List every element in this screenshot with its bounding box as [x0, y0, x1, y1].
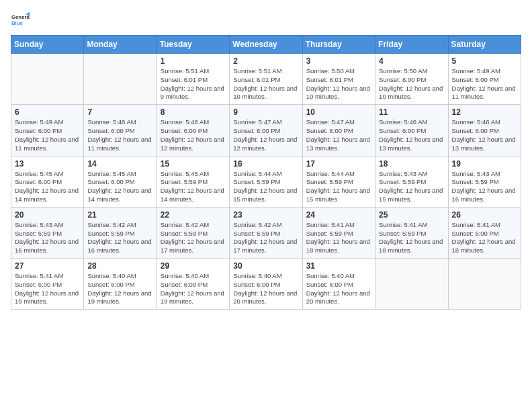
calendar-cell: 18Sunrise: 5:43 AMSunset: 5:59 PMDayligh… — [375, 156, 448, 207]
day-info: Sunrise: 5:42 AMSunset: 5:59 PMDaylight:… — [87, 221, 152, 255]
calendar-cell: 15Sunrise: 5:45 AMSunset: 5:59 PMDayligh… — [157, 156, 229, 207]
calendar-cell: 10Sunrise: 5:47 AMSunset: 6:00 PMDayligh… — [302, 105, 375, 156]
day-info: Sunrise: 5:48 AMSunset: 6:00 PMDaylight:… — [161, 118, 226, 152]
page-header: General Blue — [11, 11, 521, 30]
calendar-cell: 26Sunrise: 5:41 AMSunset: 6:00 PMDayligh… — [448, 207, 521, 258]
day-number: 3 — [306, 56, 371, 66]
day-number: 16 — [233, 159, 298, 169]
calendar-cell: 16Sunrise: 5:44 AMSunset: 5:59 PMDayligh… — [230, 156, 302, 207]
day-info: Sunrise: 5:40 AMSunset: 6:00 PMDaylight:… — [233, 272, 298, 306]
calendar-cell: 17Sunrise: 5:44 AMSunset: 5:59 PMDayligh… — [302, 156, 375, 207]
day-info: Sunrise: 5:43 AMSunset: 5:59 PMDaylight:… — [379, 170, 444, 204]
day-number: 4 — [379, 56, 444, 66]
calendar-cell: 23Sunrise: 5:42 AMSunset: 5:59 PMDayligh… — [230, 207, 302, 258]
day-number: 26 — [452, 210, 517, 220]
day-info: Sunrise: 5:40 AMSunset: 6:00 PMDaylight:… — [161, 272, 226, 306]
day-info: Sunrise: 5:50 AMSunset: 6:01 PMDaylight:… — [306, 67, 371, 101]
day-number: 7 — [87, 107, 152, 117]
day-number: 24 — [306, 210, 371, 220]
day-info: Sunrise: 5:45 AMSunset: 5:59 PMDaylight:… — [161, 170, 226, 204]
calendar-body: 1Sunrise: 5:51 AMSunset: 6:01 PMDaylight… — [11, 54, 521, 310]
calendar-week-1: 1Sunrise: 5:51 AMSunset: 6:01 PMDaylight… — [11, 54, 521, 105]
weekday-header-tuesday: Tuesday — [157, 36, 229, 54]
calendar-cell: 14Sunrise: 5:45 AMSunset: 6:00 PMDayligh… — [84, 156, 157, 207]
day-info: Sunrise: 5:51 AMSunset: 6:01 PMDaylight:… — [161, 67, 226, 101]
day-info: Sunrise: 5:42 AMSunset: 5:59 PMDaylight:… — [233, 221, 298, 255]
day-number: 20 — [15, 210, 80, 220]
calendar-cell: 11Sunrise: 5:46 AMSunset: 6:00 PMDayligh… — [375, 105, 448, 156]
calendar-cell — [11, 54, 84, 105]
calendar-cell: 13Sunrise: 5:45 AMSunset: 6:00 PMDayligh… — [11, 156, 84, 207]
calendar-cell: 29Sunrise: 5:40 AMSunset: 6:00 PMDayligh… — [157, 259, 229, 310]
logo-icon: General Blue — [11, 11, 30, 30]
calendar-week-4: 20Sunrise: 5:43 AMSunset: 5:59 PMDayligh… — [11, 207, 521, 258]
day-info: Sunrise: 5:43 AMSunset: 5:59 PMDaylight:… — [452, 170, 517, 204]
calendar-cell: 28Sunrise: 5:40 AMSunset: 6:00 PMDayligh… — [84, 259, 157, 310]
day-info: Sunrise: 5:47 AMSunset: 6:00 PMDaylight:… — [306, 118, 371, 152]
day-info: Sunrise: 5:45 AMSunset: 6:00 PMDaylight:… — [15, 170, 80, 204]
calendar-week-5: 27Sunrise: 5:41 AMSunset: 6:00 PMDayligh… — [11, 259, 521, 310]
weekday-header-sunday: Sunday — [11, 36, 84, 54]
weekday-header-wednesday: Wednesday — [230, 36, 302, 54]
day-number: 5 — [452, 56, 517, 66]
svg-text:Blue: Blue — [11, 20, 24, 26]
calendar-cell: 20Sunrise: 5:43 AMSunset: 5:59 PMDayligh… — [11, 207, 84, 258]
calendar-week-3: 13Sunrise: 5:45 AMSunset: 6:00 PMDayligh… — [11, 156, 521, 207]
calendar-cell: 22Sunrise: 5:42 AMSunset: 5:59 PMDayligh… — [157, 207, 229, 258]
day-number: 30 — [233, 261, 298, 271]
day-number: 19 — [452, 159, 517, 169]
calendar-table: SundayMondayTuesdayWednesdayThursdayFrid… — [11, 35, 521, 310]
day-info: Sunrise: 5:41 AMSunset: 6:00 PMDaylight:… — [452, 221, 517, 255]
calendar-cell: 25Sunrise: 5:41 AMSunset: 5:59 PMDayligh… — [375, 207, 448, 258]
calendar-cell — [375, 259, 448, 310]
day-number: 2 — [233, 56, 298, 66]
calendar-cell: 6Sunrise: 5:49 AMSunset: 6:00 PMDaylight… — [11, 105, 84, 156]
day-number: 29 — [161, 261, 226, 271]
calendar-cell: 27Sunrise: 5:41 AMSunset: 6:00 PMDayligh… — [11, 259, 84, 310]
calendar-cell: 3Sunrise: 5:50 AMSunset: 6:01 PMDaylight… — [302, 54, 375, 105]
day-info: Sunrise: 5:50 AMSunset: 6:00 PMDaylight:… — [379, 67, 444, 101]
calendar-cell — [84, 54, 157, 105]
day-number: 1 — [161, 56, 226, 66]
calendar-cell: 5Sunrise: 5:49 AMSunset: 6:00 PMDaylight… — [448, 54, 521, 105]
calendar-cell — [448, 259, 521, 310]
calendar-cell: 19Sunrise: 5:43 AMSunset: 5:59 PMDayligh… — [448, 156, 521, 207]
day-number: 18 — [379, 159, 444, 169]
calendar-cell: 12Sunrise: 5:46 AMSunset: 6:00 PMDayligh… — [448, 105, 521, 156]
day-info: Sunrise: 5:51 AMSunset: 6:01 PMDaylight:… — [233, 67, 298, 101]
day-number: 12 — [452, 107, 517, 117]
day-number: 28 — [87, 261, 152, 271]
calendar-cell: 1Sunrise: 5:51 AMSunset: 6:01 PMDaylight… — [157, 54, 229, 105]
calendar-cell: 24Sunrise: 5:41 AMSunset: 5:59 PMDayligh… — [302, 207, 375, 258]
weekday-header-friday: Friday — [375, 36, 448, 54]
calendar-header: SundayMondayTuesdayWednesdayThursdayFrid… — [11, 36, 521, 54]
day-info: Sunrise: 5:41 AMSunset: 6:00 PMDaylight:… — [15, 272, 80, 306]
day-number: 9 — [233, 107, 298, 117]
day-info: Sunrise: 5:40 AMSunset: 6:00 PMDaylight:… — [87, 272, 152, 306]
weekday-header-row: SundayMondayTuesdayWednesdayThursdayFrid… — [11, 36, 521, 54]
day-info: Sunrise: 5:49 AMSunset: 6:00 PMDaylight:… — [452, 67, 517, 101]
calendar-week-2: 6Sunrise: 5:49 AMSunset: 6:00 PMDaylight… — [11, 105, 521, 156]
calendar-cell: 31Sunrise: 5:40 AMSunset: 6:00 PMDayligh… — [302, 259, 375, 310]
day-info: Sunrise: 5:49 AMSunset: 6:00 PMDaylight:… — [15, 118, 80, 152]
logo: General Blue — [11, 11, 32, 30]
day-number: 8 — [161, 107, 226, 117]
calendar-cell: 9Sunrise: 5:47 AMSunset: 6:00 PMDaylight… — [230, 105, 302, 156]
day-number: 6 — [15, 107, 80, 117]
day-info: Sunrise: 5:46 AMSunset: 6:00 PMDaylight:… — [452, 118, 517, 152]
day-number: 21 — [87, 210, 152, 220]
day-info: Sunrise: 5:41 AMSunset: 5:59 PMDaylight:… — [306, 221, 371, 255]
day-number: 23 — [233, 210, 298, 220]
weekday-header-monday: Monday — [84, 36, 157, 54]
svg-text:General: General — [11, 14, 30, 20]
day-info: Sunrise: 5:43 AMSunset: 5:59 PMDaylight:… — [15, 221, 80, 255]
calendar-cell: 7Sunrise: 5:48 AMSunset: 6:00 PMDaylight… — [84, 105, 157, 156]
calendar-cell: 8Sunrise: 5:48 AMSunset: 6:00 PMDaylight… — [157, 105, 229, 156]
calendar-cell: 30Sunrise: 5:40 AMSunset: 6:00 PMDayligh… — [230, 259, 302, 310]
calendar-cell: 4Sunrise: 5:50 AMSunset: 6:00 PMDaylight… — [375, 54, 448, 105]
day-info: Sunrise: 5:44 AMSunset: 5:59 PMDaylight:… — [233, 170, 298, 204]
day-info: Sunrise: 5:48 AMSunset: 6:00 PMDaylight:… — [87, 118, 152, 152]
day-info: Sunrise: 5:40 AMSunset: 6:00 PMDaylight:… — [306, 272, 371, 306]
calendar-cell: 2Sunrise: 5:51 AMSunset: 6:01 PMDaylight… — [230, 54, 302, 105]
day-number: 31 — [306, 261, 371, 271]
